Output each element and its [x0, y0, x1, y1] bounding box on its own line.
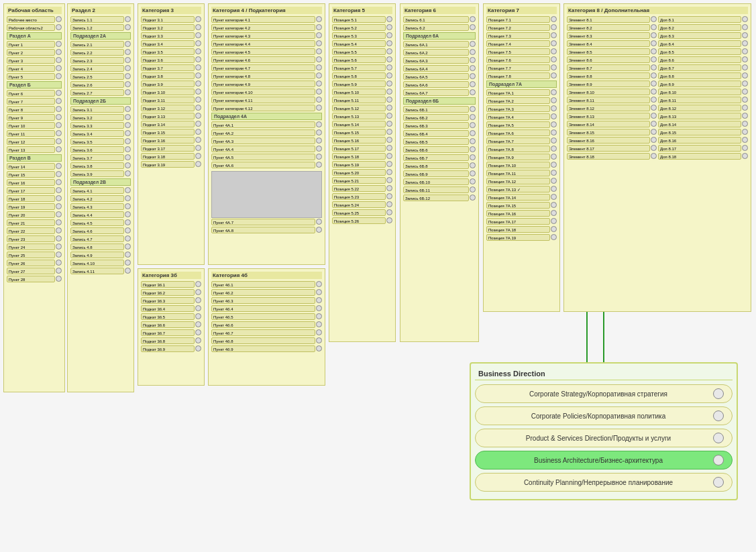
list-item: Позиция 5.17 [332, 144, 392, 152]
list-item: Пункт категории 4.11 [211, 96, 322, 103]
list-item: Запись 6Б.7 [403, 154, 476, 161]
list-item: Элемент 8.14 [567, 120, 657, 127]
list-item: Позиция 7.2 [486, 23, 557, 31]
list-item: Запись 6Б.6 [403, 146, 476, 153]
bd-item-corporate-policies-label: Corporate Policies/Корпоративная политик… [484, 412, 713, 420]
list-item: Подкат 3.4 [141, 40, 201, 47]
list-item: Пункт 14 [7, 162, 62, 170]
list-item: Элемент 8.5 [567, 48, 657, 55]
bd-item-continuity-planning[interactable]: Continuity Planning/Непрерывное планиров… [475, 473, 733, 492]
list-item: Доп 8.14 [658, 120, 748, 127]
list-item: Пункт 4А.1 [211, 121, 322, 128]
section-header: Раздел Б [7, 81, 62, 89]
bd-item-continuity-planning-btn[interactable] [713, 477, 724, 488]
list-item: Запись 6Б.3 [403, 121, 476, 129]
list-item: Подкат 3б.3 [141, 296, 201, 304]
list-item: Запись 4.9 [70, 251, 131, 258]
list-item: Запись 6Б.1 [403, 105, 476, 113]
list-item: Элемент 8.12 [567, 104, 657, 111]
list-item: Позиция 7.8 [486, 72, 557, 79]
bd-item-corporate-strategy-btn[interactable] [713, 388, 724, 399]
bd-item-product-services-btn[interactable] [713, 433, 724, 443]
list-item: Пункт категории 4.5 [211, 48, 322, 55]
list-item: Доп 8.16 [658, 136, 748, 144]
list-item: Доп 8.2 [658, 23, 748, 31]
bd-item-corporate-policies[interactable]: Corporate Policies/Корпоративная политик… [475, 406, 733, 425]
panel-col4-title: Категория 4 / Подкатегория [211, 7, 322, 14]
list-item: Запись 4.8 [70, 243, 131, 250]
list-item: Пункт 11 [7, 129, 62, 137]
list-item: Пункт категории 4.7 [211, 64, 322, 71]
bd-item-corporate-strategy-label: Corporate Strategy/Корпоративная стратег… [484, 390, 713, 398]
list-item: Запись 4.11 [70, 267, 131, 274]
list-item: Позиция 5.22 [332, 184, 392, 192]
list-item: Элемент 8.1 [567, 15, 657, 23]
list-item: Позиция 7А.2 [486, 97, 557, 104]
gray-area [211, 171, 322, 218]
list-item: Позиция 5.9 [332, 80, 392, 87]
list-item: Доп 8.6 [658, 56, 748, 63]
section-header: Раздел А [7, 32, 62, 40]
list-item: Позиция 5.24 [332, 201, 392, 208]
panel-col3b: Категория 3б Подкат 3б.1 Подкат 3б.2 Под… [138, 268, 205, 386]
business-direction-title: Business Direction [475, 368, 733, 380]
list-item: Пункт 4А.6 [211, 161, 322, 168]
list-item: Доп 8.15 [658, 128, 748, 135]
list-item: Позиция 5.11 [332, 96, 392, 103]
list-item: Запись 4.7 [70, 235, 131, 242]
list-item: Позиция 7А.7 [486, 137, 557, 144]
list-item: Доп 8.1 [658, 15, 748, 23]
list-item: Элемент 8.8 [567, 72, 657, 79]
bd-item-corporate-policies-btn[interactable] [713, 410, 724, 421]
list-item: Позиция 7А.8 [486, 145, 557, 152]
list-item: Запись 2.3 [70, 56, 131, 64]
list-item: Позиция 7А.5 [486, 121, 557, 128]
list-item: Запись 6Б.4 [403, 129, 476, 137]
list-item: Запись 4.10 [70, 259, 131, 266]
section-header: Подраздел 6А [403, 32, 476, 40]
list-item: Позиция 5.13 [332, 112, 392, 119]
section-header: Подраздел 2В [70, 178, 131, 186]
list-item: Запись 6А.5 [403, 72, 476, 80]
list-item: Пункт 27 [7, 267, 62, 274]
section-header: Подраздел 2А [70, 32, 131, 40]
list-item: Подкат 3.8 [141, 72, 201, 79]
list-item: Запись 3.9 [70, 170, 131, 177]
list-item: Доп 8.7 [658, 64, 748, 71]
list-item: Запись 6Б.8 [403, 162, 476, 169]
list-item: Подкат 3.6 [141, 56, 201, 63]
list-item: Пункт категории 4.9 [211, 80, 322, 87]
list-item: Позиция 5.6 [332, 56, 392, 63]
list-item: Пункт 4А.7 [211, 218, 322, 225]
list-item: Запись 2.6 [70, 80, 131, 88]
bd-item-corporate-strategy[interactable]: Corporate Strategy/Корпоративная стратег… [475, 384, 733, 403]
section-header: Подраздел 6Б [403, 97, 476, 105]
panel-col5: Категория 5 Позиция 5.1 Позиция 5.2 Пози… [329, 3, 396, 342]
list-item: Доп 8.3 [658, 32, 748, 39]
list-item: Позиция 7А.9 [486, 153, 557, 160]
list-item: Подкат 3.10 [141, 88, 201, 95]
list-item: Пункт 26 [7, 259, 62, 266]
list-item: Пункт 4б.2 [211, 288, 322, 296]
list-item: Рабочая область2 [7, 23, 62, 31]
list-item: Доп 8.17 [658, 144, 748, 152]
list-item: Подкат 3.3 [141, 32, 201, 39]
list-item: Пункт категории 4.6 [211, 56, 322, 63]
bd-item-business-architecture[interactable]: Business Architecture/Бизнес-архитектура [475, 451, 733, 470]
section-header: Раздел В [7, 154, 62, 162]
list-item: Элемент 8.18 [567, 152, 657, 160]
list-item: Позиция 7А.11 [486, 169, 557, 176]
list-item: Запись 6Б.9 [403, 170, 476, 177]
list-item: Пункт 4б.7 [211, 329, 322, 336]
bd-item-business-architecture-btn[interactable] [713, 455, 724, 465]
list-item: Запись 4.1 [70, 186, 131, 194]
list-item: Пункт 4 [7, 64, 62, 72]
list-item: Позиция 7А.19 [486, 233, 557, 241]
list-item: Позиция 5.3 [332, 32, 392, 39]
list-item: Позиция 5.15 [332, 128, 392, 135]
list-item: Пункт 6 [7, 89, 62, 97]
list-item: Пункт категории 4.10 [211, 88, 322, 95]
list-item: Пункт категории 4.4 [211, 40, 322, 47]
list-item: Запись 3.2 [70, 113, 131, 121]
bd-item-product-services[interactable]: Product & Services Direction/Продукты и … [475, 429, 733, 447]
